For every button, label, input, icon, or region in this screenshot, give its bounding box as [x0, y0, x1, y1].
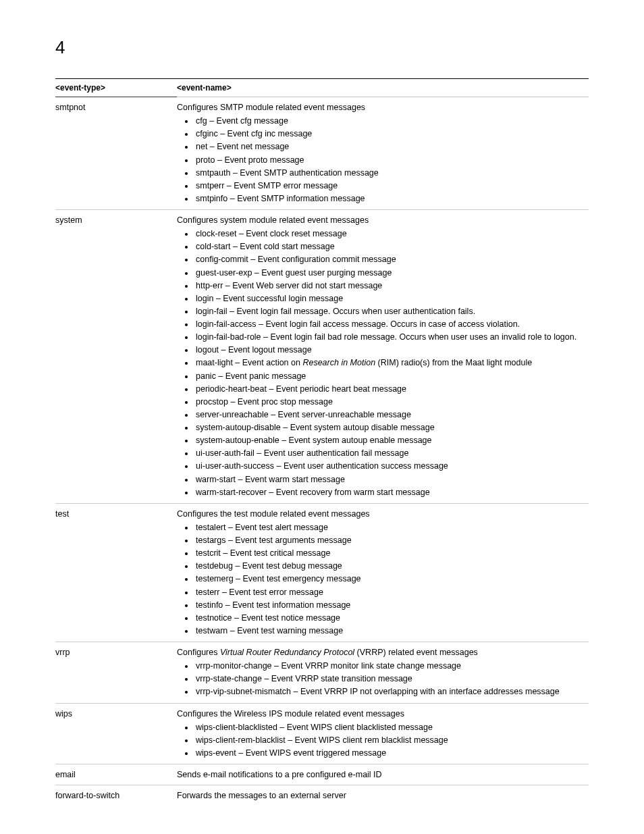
- event-type-cell: email: [55, 764, 177, 785]
- list-item: warm-start-recover – Event recovery from…: [194, 486, 586, 498]
- event-type-cell: forward-to-switch: [55, 785, 177, 806]
- page: 4 <event-type> <event-name> smtpnotConfi…: [0, 0, 644, 834]
- reference-table: <event-type> <event-name> smtpnotConfigu…: [55, 78, 589, 806]
- list-item: clock-reset – Event clock reset message: [194, 228, 586, 240]
- page-number: 4: [55, 37, 589, 58]
- event-name-cell: Configures the Wireless IPS module relat…: [177, 703, 589, 764]
- list-item: warm-start – Event warm start message: [194, 473, 586, 486]
- event-intro: Configures SMTP module related event mes…: [177, 103, 365, 112]
- table-row: wipsConfigures the Wireless IPS module r…: [55, 703, 589, 764]
- event-list: cfg – Event cfg messagecfginc – Event cf…: [177, 115, 586, 205]
- event-name-cell: Configures the test module related event…: [177, 503, 589, 642]
- list-item: wips-client-blacklisted – Event WIPS cli…: [194, 721, 586, 733]
- header-event-name: <event-name>: [177, 79, 589, 97]
- event-intro: Configures the test module related event…: [177, 509, 370, 519]
- list-item: maat-light – Event action on Research in…: [194, 357, 586, 369]
- list-item: wips-client-rem-blacklist – Event WIPS c…: [194, 734, 586, 746]
- event-intro: Configures system module related event m…: [177, 215, 369, 225]
- event-type-cell: vrrp: [55, 642, 177, 704]
- list-item: proto – Event proto message: [194, 154, 586, 166]
- list-item: testargs – Event test arguments message: [194, 534, 586, 546]
- table-row: forward-to-switchForwards the messages t…: [55, 785, 589, 806]
- list-item: vrrp-vip-subnet-mismatch – Event VRRP IP…: [194, 685, 586, 698]
- list-item: testdebug – Event test debug message: [194, 560, 586, 572]
- table-row: smtpnotConfigures SMTP module related ev…: [55, 97, 589, 210]
- list-item: net – Event net message: [194, 140, 586, 153]
- event-intro: Configures Virtual Router Redundancy Pro…: [177, 648, 478, 657]
- event-list: wips-client-blacklisted – Event WIPS cli…: [177, 721, 586, 759]
- table-row: vrrpConfigures Virtual Router Redundancy…: [55, 642, 589, 704]
- list-item: testemerg – Event test emergency message: [194, 573, 586, 585]
- list-item: periodic-heart-beat – Event periodic hea…: [194, 383, 586, 395]
- list-item: server-unreachable – Event server-unreac…: [194, 409, 586, 421]
- list-item: config-commit – Event configuration comm…: [194, 253, 586, 265]
- table-row: testConfigures the test module related e…: [55, 503, 589, 642]
- event-name-cell: Configures SMTP module related event mes…: [177, 97, 589, 210]
- event-list: vrrp-monitor-change – Event VRRP monitor…: [177, 660, 586, 698]
- list-item: procstop – Event proc stop message: [194, 396, 586, 408]
- list-item: testinfo – Event test information messag…: [194, 599, 586, 611]
- event-type-cell: smtpnot: [55, 97, 177, 210]
- list-item: guest-user-exp – Event guest user purgin…: [194, 267, 586, 279]
- list-item: login-fail – Event login fail message. O…: [194, 305, 586, 317]
- list-item: smtpinfo – Event SMTP information messag…: [194, 192, 586, 205]
- event-type-cell: wips: [55, 703, 177, 764]
- list-item: testnotice – Event test notice message: [194, 612, 586, 624]
- list-item: testwarn – Event test warning message: [194, 625, 586, 637]
- list-item: cfg – Event cfg message: [194, 115, 586, 127]
- event-name-cell: Sends e-mail notifications to a pre conf…: [177, 764, 589, 785]
- list-item: login-fail-bad-role – Event login fail b…: [194, 331, 586, 343]
- header-event-type: <event-type>: [55, 79, 177, 97]
- list-item: testalert – Event test alert message: [194, 521, 586, 533]
- event-type-cell: test: [55, 503, 177, 642]
- list-item: wips-event – Event WIPS event triggered …: [194, 747, 586, 759]
- list-item: smtpauth – Event SMTP authentication mes…: [194, 167, 586, 179]
- table-row: systemConfigures system module related e…: [55, 210, 589, 504]
- list-item: cold-start – Event cold start message: [194, 240, 586, 253]
- list-item: vrrp-monitor-change – Event VRRP monitor…: [194, 660, 586, 672]
- list-item: ui-user-auth-fail – Event user authentic…: [194, 447, 586, 459]
- list-item: logout – Event logout message: [194, 344, 586, 356]
- list-item: system-autoup-disable – Event system aut…: [194, 421, 586, 434]
- list-item: login – Event successful login message: [194, 292, 586, 305]
- list-item: testcrit – Event test critical message: [194, 547, 586, 559]
- event-list: testalert – Event test alert messagetest…: [177, 521, 586, 637]
- table-header-row: <event-type> <event-name>: [55, 79, 589, 97]
- event-intro: Forwards the messages to an external ser…: [177, 791, 346, 800]
- list-item: cfginc – Event cfg inc message: [194, 128, 586, 140]
- list-item: system-autoup-enable – Event system auto…: [194, 434, 586, 446]
- event-name-cell: Configures system module related event m…: [177, 210, 589, 504]
- list-item: login-fail-access – Event login fail acc…: [194, 318, 586, 330]
- event-list: clock-reset – Event clock reset messagec…: [177, 228, 586, 498]
- event-name-cell: Forwards the messages to an external ser…: [177, 785, 589, 806]
- list-item: ui-user-auth-success – Event user authen…: [194, 460, 586, 472]
- event-type-cell: system: [55, 210, 177, 504]
- table-row: emailSends e-mail notifications to a pre…: [55, 764, 589, 785]
- event-intro: Configures the Wireless IPS module relat…: [177, 709, 404, 719]
- list-item: http-err – Event Web server did not star…: [194, 280, 586, 292]
- list-item: smtperr – Event SMTP error message: [194, 180, 586, 192]
- list-item: testerr – Event test error message: [194, 586, 586, 598]
- list-item: panic – Event panic message: [194, 370, 586, 382]
- event-name-cell: Configures Virtual Router Redundancy Pro…: [177, 642, 589, 704]
- list-item: vrrp-state-change – Event VRRP state tra…: [194, 673, 586, 685]
- event-intro: Sends e-mail notifications to a pre conf…: [177, 770, 382, 779]
